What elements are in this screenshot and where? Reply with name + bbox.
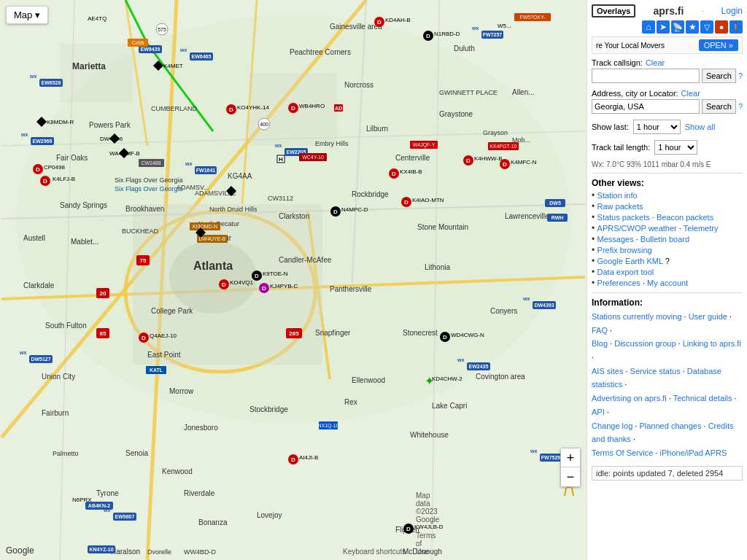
map-button[interactable]: Map ▾ <box>6 6 48 24</box>
svg-text:D: D <box>229 106 233 113</box>
svg-text:CW2488: CW2488 <box>141 160 160 166</box>
svg-text:Tyrone: Tyrone <box>96 489 119 497</box>
view-station-info[interactable]: Station info <box>597 191 638 200</box>
svg-text:D: D <box>36 166 40 173</box>
svg-text:Lawrenceville: Lawrenceville <box>505 212 549 220</box>
svg-text:Jonesboro: Jonesboro <box>184 424 218 432</box>
svg-text:Rockbridge: Rockbridge <box>352 190 389 198</box>
track-callsign-section: Track callsign: Clear Search ? <box>592 58 743 83</box>
svg-text:KK4FGT-10: KK4FGT-10 <box>490 144 517 149</box>
info-discussion[interactable]: Discussion group <box>614 339 676 348</box>
svg-text:FW7529: FW7529 <box>541 455 561 460</box>
info-linking[interactable]: Linking to aprs.fi <box>683 339 741 348</box>
info-terms[interactable]: Terms Of Service <box>592 448 653 457</box>
ad-open-button[interactable]: OPEN » <box>699 39 738 51</box>
svg-text:Graystone: Graystone <box>439 110 473 118</box>
show-last-select[interactable]: 1 hour 2 hours 4 hours 8 hours 12 hours … <box>633 120 681 134</box>
address-clear-link[interactable]: Clear <box>681 89 700 98</box>
svg-text:EW6465: EW6465 <box>192 54 212 59</box>
svg-text:Clarkston: Clarkston <box>279 212 309 220</box>
radio-icon[interactable]: 📡 <box>671 20 684 34</box>
info-api[interactable]: API <box>592 408 605 416</box>
map-area[interactable]: 75 85 20 285 400 575 Marietta Atlanta Ma… <box>0 0 587 560</box>
svg-text:K4MFC-N: K4MFC-N <box>511 159 537 166</box>
view-beacon-packets[interactable]: Beacon packets <box>657 213 713 222</box>
info-user-guide[interactable]: User guide <box>689 312 727 321</box>
view-prefix[interactable]: Prefix browsing <box>597 246 652 254</box>
view-telemetry[interactable]: Telemetry <box>684 224 719 233</box>
svg-text:AD: AD <box>335 106 342 111</box>
track-tail-select[interactable]: 1 hour 2 hours 4 hours <box>654 140 697 155</box>
track-callsign-help-link[interactable]: ? <box>738 71 743 80</box>
view-status-packets[interactable]: Status packets <box>597 213 650 222</box>
svg-text:DW4393: DW4393 <box>534 303 554 308</box>
separator: · <box>701 6 703 16</box>
svg-text:Fairburn: Fairburn <box>42 409 69 417</box>
address-search-button[interactable]: Search <box>702 99 736 114</box>
info-change-log[interactable]: Change log <box>592 421 632 430</box>
track-tail-section: Track tail length: 1 hour 2 hours 4 hour… <box>592 140 743 155</box>
keyboard-shortcuts[interactable]: Keyboard shortcuts <box>343 548 406 556</box>
svg-point-17 <box>169 241 257 314</box>
svg-text:Gainesville area: Gainesville area <box>330 23 382 31</box>
svg-text:EW2435: EW2435 <box>469 364 489 369</box>
svg-text:D: D <box>406 526 411 532</box>
view-bulletin[interactable]: Bulletin board <box>640 235 689 244</box>
overlays-button[interactable]: Overlays <box>592 4 635 18</box>
svg-text:Clarkdale: Clarkdale <box>23 281 55 289</box>
info-stations-moving[interactable]: Stations currently moving <box>592 312 682 321</box>
svg-text:DW4UYE-B: DW4UYE-B <box>199 236 226 241</box>
view-messages[interactable]: Messages <box>597 235 634 244</box>
information-links: Stations currently moving · User guide ·… <box>592 310 743 460</box>
info-iphone[interactable]: iPhone/iPad APRS <box>660 448 727 457</box>
track-callsign-input[interactable] <box>592 69 700 83</box>
address-input[interactable] <box>592 99 700 114</box>
show-all-link[interactable]: Show all <box>685 122 716 131</box>
home-icon[interactable]: ⌂ <box>642 20 655 34</box>
zoom-out-button[interactable]: − <box>561 467 580 486</box>
ad-banner: re Your Local Movers OPEN » <box>592 36 743 54</box>
svg-text:D: D <box>291 456 295 463</box>
person-icon[interactable]: 🚶 <box>729 20 743 34</box>
svg-text:Lithonia: Lithonia <box>425 263 450 271</box>
track-callsign-clear-link[interactable]: Clear <box>646 58 665 67</box>
svg-text:Lilburn: Lilburn <box>366 125 388 133</box>
star-icon[interactable]: ★ <box>686 20 699 34</box>
view-aprs-weather[interactable]: APRS/CWOP weather <box>597 224 677 233</box>
info-technical[interactable]: Technical details <box>673 394 732 402</box>
map-background: 75 85 20 285 400 575 Marietta Atlanta Ma… <box>0 0 587 560</box>
info-service-status[interactable]: Service status <box>630 367 681 376</box>
track-callsign-search-button[interactable]: Search <box>702 69 736 83</box>
svg-text:H: H <box>279 156 283 163</box>
other-views-section: Other views: • Station info • Raw packet… <box>592 178 743 288</box>
zoom-in-button[interactable]: + <box>561 448 580 467</box>
info-planned-changes[interactable]: Planned changes <box>639 421 701 430</box>
svg-text:N1RBD-D: N1RBD-D <box>434 31 460 37</box>
info-faq[interactable]: FAQ <box>592 326 608 335</box>
svg-text:Senoia: Senoia <box>125 449 149 457</box>
login-link[interactable]: Login <box>721 6 743 16</box>
wx-info: Wx: 7.0°C 93% 1011 mbar 0.4 m/s E <box>592 160 743 168</box>
svg-text:K4MET: K4MET <box>163 63 183 69</box>
info-advertising[interactable]: Advertising on aprs.fi <box>592 394 667 402</box>
svg-text:EW6528: EW6528 <box>42 80 61 85</box>
svg-text:W5...: W5... <box>498 23 511 29</box>
view-raw-packets[interactable]: Raw packets <box>597 202 643 211</box>
svg-text:D: D <box>291 105 295 112</box>
view-preferences[interactable]: Preferences <box>597 279 640 287</box>
info-blog[interactable]: Blog <box>592 339 608 348</box>
svg-text:Sandy Springs: Sandy Springs <box>60 201 107 209</box>
svg-text:400: 400 <box>260 122 268 127</box>
circle-icon[interactable]: ● <box>715 20 728 34</box>
info-ais[interactable]: AIS sites <box>592 367 623 376</box>
svg-text:WW4BD-D: WW4BD-D <box>184 548 216 556</box>
arrow-icon[interactable]: ➤ <box>657 20 670 34</box>
view-my-account[interactable]: My account <box>647 279 688 287</box>
show-last-section: Show last: 1 hour 2 hours 4 hours 8 hour… <box>592 120 743 134</box>
view-data-export[interactable]: Data export tool <box>597 268 654 276</box>
filter-icon[interactable]: ▽ <box>700 20 713 34</box>
view-google-kml[interactable]: Google Earth KML <box>597 257 663 265</box>
address-help-link[interactable]: ? <box>738 102 743 111</box>
svg-text:CW3112: CW3112 <box>268 195 293 202</box>
svg-text:Union City: Union City <box>42 373 75 381</box>
